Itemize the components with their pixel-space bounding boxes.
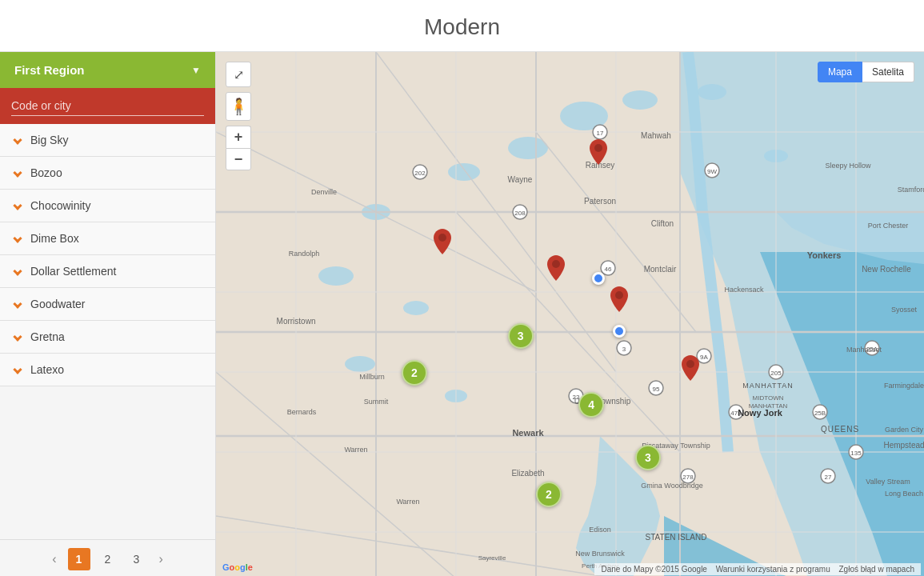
- cluster-3-a[interactable]: 3: [508, 323, 534, 349]
- pagination: ‹ 123›: [0, 539, 215, 576]
- city-bullet-icon: [13, 234, 22, 242]
- svg-text:202: 202: [414, 170, 426, 177]
- svg-text:Sleepy Hollow: Sleepy Hollow: [825, 162, 871, 170]
- city-item[interactable]: Gretna: [0, 321, 215, 354]
- map-area: 202 9W 17 208 46 3 22 95 9A 478 205 25B …: [216, 52, 924, 576]
- cluster-2-a[interactable]: 2: [402, 360, 427, 386]
- svg-point-2: [622, 90, 658, 110]
- city-bullet-icon: [13, 201, 22, 210]
- svg-text:Long Beach: Long Beach: [885, 490, 923, 498]
- svg-text:27: 27: [825, 474, 832, 481]
- svg-point-8: [318, 266, 354, 286]
- svg-text:Wayne: Wayne: [508, 175, 533, 184]
- svg-text:17: 17: [597, 130, 604, 137]
- city-item[interactable]: Bozoo: [0, 157, 215, 190]
- svg-text:Manhasset: Manhasset: [846, 346, 882, 354]
- svg-text:Sayreville: Sayreville: [478, 554, 506, 562]
- map-terms-link[interactable]: Warunki korzystania z programu: [716, 565, 830, 574]
- svg-text:MIDTOWN: MIDTOWN: [753, 394, 784, 402]
- city-item[interactable]: Dollar Settlement: [0, 255, 215, 288]
- search-input[interactable]: [11, 96, 204, 116]
- svg-point-112: [686, 360, 694, 368]
- map-pin-3[interactable]: [547, 255, 565, 284]
- map-type-mapa[interactable]: Mapa: [818, 62, 862, 82]
- svg-text:Garden City: Garden City: [885, 426, 924, 434]
- svg-point-108: [594, 144, 602, 152]
- svg-text:Warren: Warren: [396, 498, 419, 506]
- zoom-controls: + −: [226, 126, 251, 170]
- svg-text:Elizabeth: Elizabeth: [511, 469, 544, 478]
- search-box: [0, 88, 215, 124]
- map-controls: ⤢ 🧍 + −: [226, 62, 251, 170]
- svg-text:Bernards: Bernards: [287, 408, 317, 416]
- zoom-out-button[interactable]: −: [226, 148, 251, 170]
- blue-dot-2[interactable]: [613, 325, 626, 338]
- svg-text:MANHATTAN: MANHATTAN: [742, 382, 794, 390]
- svg-text:QUEENS: QUEENS: [821, 425, 859, 434]
- map-pin-4[interactable]: [610, 286, 628, 315]
- cluster-4[interactable]: 4: [578, 392, 604, 418]
- map-pin-1[interactable]: [590, 139, 607, 168]
- svg-text:25B: 25B: [814, 410, 826, 417]
- svg-text:Hackensack: Hackensack: [724, 286, 764, 294]
- map-type-satelita[interactable]: Satelita: [862, 62, 914, 82]
- region-dropdown[interactable]: First Region ▼: [0, 52, 215, 88]
- svg-text:Morristown: Morristown: [277, 317, 316, 326]
- svg-text:135: 135: [850, 450, 862, 457]
- map-report-link[interactable]: Zgłoś błąd w mapach: [839, 565, 915, 574]
- page-number-button-1[interactable]: 1: [68, 548, 90, 570]
- svg-text:Randolph: Randolph: [289, 250, 320, 258]
- cluster-3-b[interactable]: 3: [635, 445, 661, 470]
- city-item[interactable]: Chocowinity: [0, 190, 215, 222]
- svg-text:Stamford: Stamford: [898, 186, 924, 194]
- fullscreen-button[interactable]: ⤢: [226, 62, 251, 87]
- svg-text:Warren: Warren: [344, 446, 367, 454]
- blue-dot-1[interactable]: [592, 272, 605, 285]
- city-name: Dollar Settlement: [30, 265, 116, 278]
- map-data-credit: Dane do Mapy ©2015 Google: [601, 565, 706, 574]
- zoom-in-button[interactable]: +: [226, 126, 251, 148]
- city-bullet-icon: [13, 168, 22, 177]
- svg-text:Port Chester: Port Chester: [868, 222, 909, 230]
- city-bullet-icon: [13, 266, 22, 275]
- region-label: First Region: [14, 63, 85, 77]
- page-title: Modern: [0, 0, 924, 52]
- city-bullet-icon: [13, 299, 22, 308]
- svg-text:Hempstead: Hempstead: [883, 441, 924, 450]
- svg-point-111: [615, 291, 623, 299]
- city-name: Dime Box: [30, 232, 79, 245]
- svg-text:Gmina Woodbridge: Gmina Woodbridge: [641, 482, 702, 490]
- next-page-button[interactable]: ›: [154, 550, 168, 568]
- prev-page-button[interactable]: ‹: [47, 550, 61, 568]
- map-attribution: Dane do Mapy ©2015 Google Warunki korzys…: [594, 563, 921, 575]
- map-pin-2[interactable]: [434, 229, 451, 258]
- svg-text:Edison: Edison: [589, 526, 611, 534]
- svg-point-110: [552, 260, 560, 268]
- city-item[interactable]: Goodwater: [0, 288, 215, 321]
- svg-text:Newark: Newark: [512, 428, 544, 438]
- city-name: Chocowinity: [30, 199, 90, 212]
- city-item[interactable]: Latexo: [0, 354, 215, 386]
- city-bullet-icon: [13, 332, 22, 341]
- svg-text:208: 208: [514, 210, 526, 217]
- city-item[interactable]: Big Sky: [0, 124, 215, 157]
- page-number-button-2[interactable]: 2: [97, 548, 119, 570]
- pegman-button[interactable]: 🧍: [226, 92, 251, 121]
- svg-text:Summit: Summit: [364, 398, 389, 406]
- svg-point-6: [448, 163, 480, 181]
- svg-point-3: [698, 84, 726, 100]
- city-item[interactable]: Dime Box: [0, 222, 215, 255]
- cluster-2-b[interactable]: 2: [536, 482, 562, 507]
- google-logo: Google: [222, 562, 253, 572]
- svg-text:Clifton: Clifton: [651, 219, 674, 228]
- city-list: Big SkyBozooChocowinityDime BoxDollar Se…: [0, 124, 215, 539]
- page-number-button-3[interactable]: 3: [126, 548, 148, 570]
- svg-text:9W: 9W: [707, 168, 717, 175]
- svg-text:Farmingdale: Farmingdale: [884, 382, 924, 390]
- svg-text:95: 95: [653, 386, 660, 393]
- svg-text:Millburn: Millburn: [359, 373, 385, 381]
- svg-point-10: [345, 356, 375, 372]
- map-pin-5[interactable]: [682, 355, 699, 384]
- svg-text:MANHATTAN: MANHATTAN: [749, 402, 788, 410]
- svg-text:STATEN ISLAND: STATEN ISLAND: [646, 533, 707, 542]
